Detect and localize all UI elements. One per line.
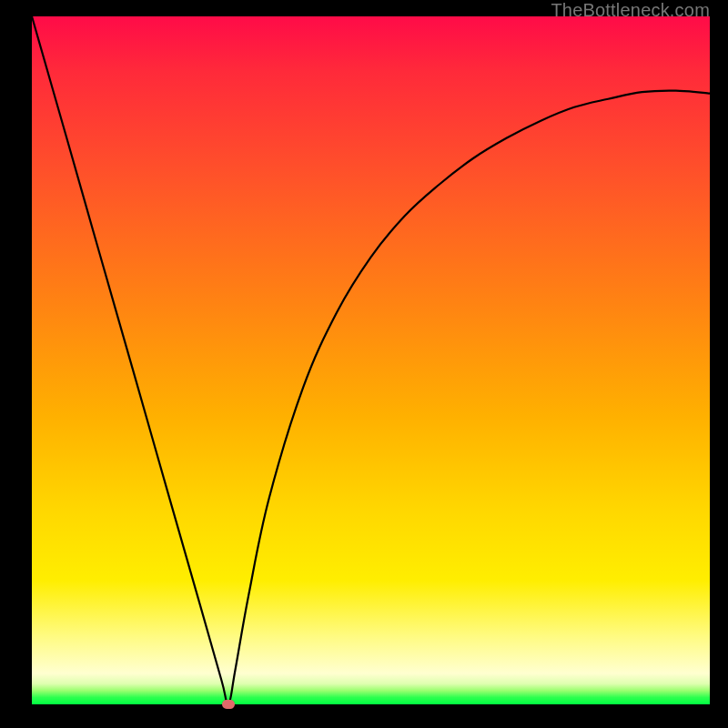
plot-area: [32, 16, 710, 704]
min-point-marker: [222, 700, 235, 709]
curve-path: [32, 16, 710, 704]
chart-container: TheBottleneck.com: [0, 0, 728, 728]
bottleneck-curve: [32, 16, 710, 704]
